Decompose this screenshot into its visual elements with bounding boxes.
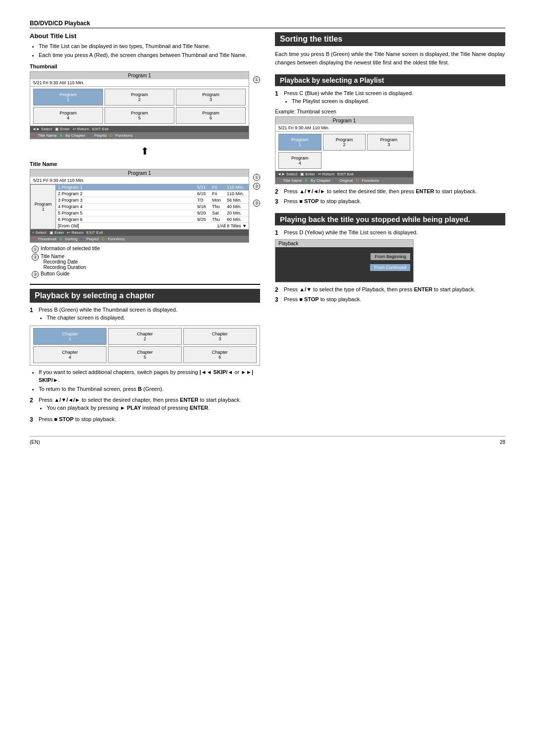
thumb-footer-1: ◄► Select xyxy=(32,127,52,131)
tn-f2-d-lbl: Functions xyxy=(107,237,125,241)
tn-row6-dur: 60 Min. xyxy=(227,217,247,222)
tn-row6-day: Thu xyxy=(212,217,227,222)
thumb-footer2-d: D xyxy=(109,133,112,138)
step1-num: 1 xyxy=(30,307,36,323)
pl-step1-sub-item: The Playlist screen is displayed. xyxy=(292,98,505,105)
chapter-cell-5: Chapter5 xyxy=(108,346,181,363)
thumb-cell-4: Program4 xyxy=(33,107,103,124)
example-label: Example: Thumbnail screen xyxy=(275,109,505,114)
from-beginning-btn: From Beginning xyxy=(371,253,410,260)
tn-row5-day: Sat xyxy=(212,211,227,216)
title-name-mockup: Program 1 5/21 Fri 9:30 AM 110 Min. Prog… xyxy=(30,169,249,243)
pl-step3-num: 3 xyxy=(275,198,281,205)
playback-body: From Beginning From Continued xyxy=(275,247,413,282)
step1-text: Press B (Green) while the Thumbnail scre… xyxy=(39,307,177,313)
chapter-cell-3: Chapter3 xyxy=(183,328,257,345)
tn-f1: ÷ Select xyxy=(32,230,47,235)
playlist-section: Playback by selecting a Playlist 1 Press… xyxy=(275,74,505,205)
pl-cell-1: Program1 xyxy=(278,134,321,151)
tn-row1-title: 1 Program 1 xyxy=(58,185,197,190)
pl-screen-subheader: 5/21 Fri 9:30 AM 110 Min. xyxy=(275,124,413,132)
tn-f2-a-lbl: Thumbnail xyxy=(38,237,56,241)
thumbnail-screen-footer: ◄► Select ▣ Enter ↩ Return EXIT Exit xyxy=(30,126,249,132)
tn-f2-b: B xyxy=(59,237,62,241)
tn-row3-day: Mon xyxy=(212,198,227,203)
thumb-footer2-b: B xyxy=(60,133,62,138)
thumbnail-screen-header: Program 1 xyxy=(30,72,249,79)
tn-subheader: 5/21 Fri 9:30 AM 110 Min. xyxy=(30,177,249,184)
playback-screen-mockup: Playback From Beginning From Continued xyxy=(275,239,414,282)
thumbnail-mockup: Program 1 5/21 Fri 9:30 AM 110 Min. Prog… xyxy=(30,71,249,139)
st-step1-content: Press D (Yellow) while the Title List sc… xyxy=(284,229,505,236)
pl-step2-num: 2 xyxy=(275,188,281,195)
footer-left: (EN) xyxy=(30,439,40,445)
legend-item-2: ② Title Name Recording Date Recording Du… xyxy=(30,254,260,270)
tn-row-from-old: [From Old] 1/All 8 Titles ▼ xyxy=(56,223,249,229)
pl-footer2: A Title Name B By Chapter C Original D F… xyxy=(275,177,413,184)
step1-sub: The chapter screen is displayed. xyxy=(39,314,260,322)
tn-row5-title: 5 Program 5 xyxy=(58,211,197,216)
thumb-cell-1: Program1 xyxy=(33,89,103,106)
tn-row2-title: 2 Program 2 xyxy=(58,191,197,196)
legend-marker-2: ② xyxy=(32,254,39,261)
chapter-cell-1: Chapter1 xyxy=(33,328,107,345)
step2-sub-item: You can playback by pressing ► PLAY inst… xyxy=(47,404,260,412)
tn-row-6: 6 Program 6 9/25 Thu 60 Min. xyxy=(56,216,249,223)
playlist-title: Playback by selecting a Playlist xyxy=(275,74,505,86)
tn-row-4: 4 Program 4 9/18 Thu 40 Min. xyxy=(56,204,249,210)
pl-f3: ↩ Return xyxy=(318,172,334,176)
tn-f2-a: A xyxy=(32,237,35,241)
tn-row3-date: 7/3 xyxy=(197,198,212,203)
playback-chapter-section: Playback by selecting a chapter 1 Press … xyxy=(30,289,260,423)
stopped-step-2: 2 Press ▲/▼ to select the type of Playba… xyxy=(275,286,505,293)
stopped-step-1: 1 Press D (Yellow) while the Title List … xyxy=(275,229,505,236)
step2-enter: ENTER xyxy=(180,397,198,403)
thumb-cell-2: Program2 xyxy=(105,89,174,106)
playlist-step-2: 2 Press ▲/▼/◄/► to select the desired ti… xyxy=(275,188,505,195)
bullet-2: Each time you press A (Red), the screen … xyxy=(39,52,260,59)
tn-row5-date: 9/20 xyxy=(197,211,212,216)
right-column: Sorting the titles Each time you press B… xyxy=(275,32,505,426)
playlist-step-1: 1 Press C (Blue) while the Title List sc… xyxy=(275,90,505,106)
pl-cell-2: Program2 xyxy=(323,134,366,151)
pl-screen-grid: Program1 Program2 Program3 Program4 xyxy=(275,132,413,171)
about-title-list-section: About Title List The Title List can be d… xyxy=(30,32,260,278)
chapter-step-1: 1 Press B (Green) while the Thumbnail sc… xyxy=(30,307,260,323)
legend-item-1: ① Information of selected title xyxy=(30,246,260,253)
pl-screen-header: Program 1 xyxy=(275,117,413,124)
legend-text-1: Information of selected title xyxy=(41,246,100,251)
tn-row6-date: 9/25 xyxy=(197,217,212,222)
thumb-footer2-b-lbl: By Chapter xyxy=(65,133,85,138)
section-divider xyxy=(30,284,260,285)
st-step3-content: Press ■ STOP to stop playback. xyxy=(284,296,505,303)
tn-left-cell: Program1 xyxy=(30,184,56,229)
title-name-screen-wrapper: Program 1 5/21 Fri 9:30 AM 110 Min. Prog… xyxy=(30,169,260,246)
left-column: About Title List The Title List can be d… xyxy=(30,32,260,426)
chapter-step-3: 3 Press ■ STOP to stop playback. xyxy=(30,416,260,423)
step3-content: Press ■ STOP to stop playback. xyxy=(39,416,260,423)
legend-text-3: Button Guide xyxy=(41,271,69,276)
pl-f2-c: C xyxy=(333,178,336,183)
tn-f4: EXIT Exit xyxy=(86,230,103,235)
pl-cell-4: Program4 xyxy=(278,152,321,169)
tn-row6-title: 6 Program 6 xyxy=(58,217,197,222)
tn-all-titles: 1/All 8 Titles ▼ xyxy=(217,223,247,228)
tn-footer1: ÷ Select ▣ Enter ↩ Return EXIT Exit xyxy=(30,229,249,236)
chapter-grid: Chapter1 Chapter2 Chapter3 Chapter4 Chap… xyxy=(30,326,260,365)
thumb-cell-6: Program6 xyxy=(176,107,246,124)
page-container: BD/DVD/CD Playback About Title List The … xyxy=(30,20,505,445)
step2-num: 2 xyxy=(30,397,36,413)
legend-list: ① Information of selected title ② Title … xyxy=(30,246,260,278)
tn-f2-d: D xyxy=(102,237,105,241)
chapter-cell-2: Chapter2 xyxy=(108,328,181,345)
sorting-section: Sorting the titles Each time you press B… xyxy=(275,32,505,66)
sorting-text: Each time you press B (Green) while the … xyxy=(275,50,505,66)
thumbnail-grid: Program1 Program2 Program3 Program4 Prog… xyxy=(30,87,249,126)
tn-row4-title: 4 Program 4 xyxy=(58,204,197,209)
tn-marker-col: ① ② ③ xyxy=(251,169,260,246)
thumb-footer-3: ↩ Return xyxy=(73,127,89,131)
pl-step1-sub: The Playlist screen is displayed. xyxy=(284,98,505,105)
legend-text-2: Title Name Recording Date Recording Dura… xyxy=(41,254,86,270)
pl-step2-content: Press ▲/▼/◄/► to select the desired titl… xyxy=(284,188,505,195)
pl-f1: ◄► Select xyxy=(277,172,297,176)
